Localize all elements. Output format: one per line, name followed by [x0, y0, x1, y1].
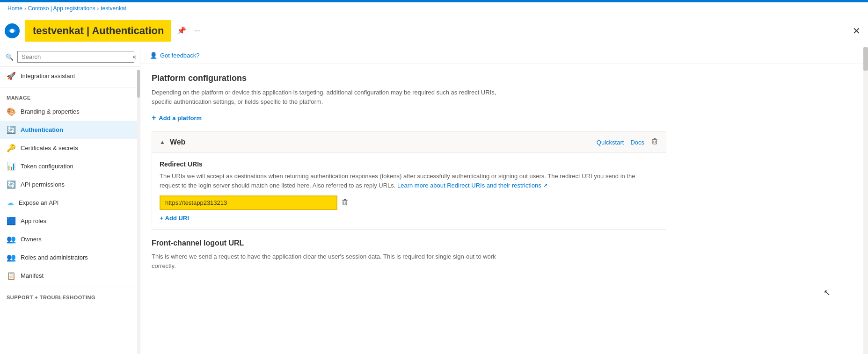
svg-rect-8: [342, 200, 348, 201]
sidebar-item-branding[interactable]: 🎨 Branding & properties: [0, 102, 140, 121]
content-scrollbar-thumb: [863, 47, 868, 71]
sidebar-search-container: 🔍 «: [0, 47, 140, 67]
add-platform-label: Add a platform: [159, 115, 202, 122]
header-title: testvenkat | Authentication: [33, 25, 164, 36]
add-uri-button[interactable]: + Add URI: [160, 215, 189, 222]
feedback-button[interactable]: 👤 Got feedback?: [150, 52, 200, 59]
redirect-uris-desc: The URIs we will accept as destinations …: [160, 172, 651, 190]
chevron-icon: ›: [24, 6, 26, 11]
sidebar-item-token-config[interactable]: 📊 Token configuration: [0, 157, 140, 175]
sidebar-nav: 🚀 Integration assistant Manage 🎨 Brandin…: [0, 67, 140, 354]
sidebar-item-owners[interactable]: 👥 Owners: [0, 230, 140, 248]
app-roles-icon: 🟦: [7, 217, 16, 225]
web-platform-card-header: ▲ Web Quickstart Docs: [152, 132, 666, 153]
sidebar-item-label: Authentication: [21, 126, 63, 133]
content-scrollbar-track: [863, 47, 868, 354]
branding-icon: 🎨: [7, 107, 16, 116]
pin-button[interactable]: 📌: [176, 25, 187, 36]
divider-2: [0, 287, 140, 287]
svg-rect-4: [654, 138, 656, 139]
sidebar-item-label: Manifest: [21, 272, 44, 279]
redirect-uris-title: Redirect URIs: [160, 160, 658, 168]
platform-header-left: ▲ Web: [160, 138, 185, 146]
token-icon: 📊: [7, 162, 16, 171]
chevron-icon-2: ›: [97, 6, 99, 11]
front-channel-title: Front-channel logout URL: [152, 239, 857, 247]
quickstart-link[interactable]: Quickstart: [597, 139, 624, 146]
sidebar-item-label: Token configuration: [21, 163, 73, 170]
more-options-button[interactable]: ···: [193, 26, 201, 36]
sidebar-section-support: Support + Troubleshooting: [0, 289, 140, 302]
web-platform-card-body: Redirect URIs The URIs we will accept as…: [152, 153, 666, 229]
content-top-bar: 👤 Got feedback?: [140, 47, 868, 64]
sidebar-item-label: Expose an API: [19, 199, 58, 206]
cursor-indicator: ↖: [824, 288, 831, 298]
trash-uri-icon: [341, 198, 349, 206]
sidebar-item-certificates[interactable]: 🔑 Certificates & secrets: [0, 139, 140, 157]
trash-icon: [651, 137, 658, 145]
sidebar-item-label: Integration assistant: [21, 72, 75, 79]
content-body: Platform configurations Depending on the…: [140, 64, 868, 287]
breadcrumb: Home › Contoso | App registrations › tes…: [0, 2, 868, 14]
uri-input[interactable]: [160, 195, 337, 210]
add-uri-label: Add URI: [165, 215, 189, 222]
learn-more-link[interactable]: Learn more about Redirect URIs and their…: [397, 182, 548, 189]
uri-row: [160, 195, 658, 210]
front-channel-section: Front-channel logout URL This is where w…: [152, 239, 857, 270]
add-platform-button[interactable]: + Add a platform: [152, 114, 202, 122]
sidebar-item-expose-api[interactable]: ☁ Expose an API: [0, 194, 140, 212]
svg-rect-3: [652, 139, 657, 140]
docs-link[interactable]: Docs: [630, 139, 644, 146]
main-layout: 🔍 « 🚀 Integration assistant Manage 🎨 Bra…: [0, 47, 868, 354]
app-logo: [4, 22, 21, 39]
api-permissions-icon: 🔄: [7, 180, 16, 189]
delete-uri-button[interactable]: [341, 198, 349, 208]
sidebar-item-label: Roles and administrators: [21, 254, 88, 261]
header-panel: testvenkat | Authentication 📌 ··· ✕: [0, 14, 868, 47]
svg-rect-2: [653, 140, 656, 144]
delete-platform-button[interactable]: [651, 137, 658, 147]
plus-icon-2: +: [160, 215, 163, 222]
sidebar-item-api-permissions[interactable]: 🔄 API permissions: [0, 175, 140, 194]
close-button[interactable]: ✕: [853, 25, 861, 36]
sidebar-item-integration-assistant[interactable]: 🚀 Integration assistant: [0, 67, 140, 85]
svg-point-1: [10, 29, 14, 33]
feedback-label: Got feedback?: [160, 52, 200, 59]
breadcrumb-contoso[interactable]: Contoso | App registrations: [28, 5, 95, 12]
web-platform-card: ▲ Web Quickstart Docs: [152, 131, 666, 230]
breadcrumb-home[interactable]: Home: [7, 5, 22, 12]
header-title-box: testvenkat | Authentication: [25, 20, 171, 42]
sidebar-item-roles-administrators[interactable]: 👥 Roles and administrators: [0, 248, 140, 267]
platform-config-title: Platform configurations: [152, 73, 857, 83]
authentication-icon: 🔄: [7, 125, 16, 134]
front-channel-desc: This is where we send a request to have …: [152, 252, 517, 270]
sidebar-item-label: App roles: [21, 217, 46, 224]
sidebar-item-label: Branding & properties: [21, 108, 80, 115]
certificates-icon: 🔑: [7, 144, 16, 152]
rocket-icon: 🚀: [7, 72, 16, 80]
web-platform-title: Web: [170, 138, 185, 146]
sidebar-scrollbar-track: [137, 70, 140, 354]
search-icon: 🔍: [6, 53, 14, 61]
sidebar-item-authentication[interactable]: 🔄 Authentication: [0, 121, 140, 139]
feedback-icon: 👤: [150, 52, 157, 59]
breadcrumb-testvenkat[interactable]: testvenkat: [101, 5, 126, 12]
plus-icon: +: [152, 114, 156, 122]
collapse-sidebar-button[interactable]: «: [132, 53, 136, 60]
owners-icon: 👥: [7, 235, 16, 244]
platform-config-desc: Depending on the platform or device this…: [152, 88, 517, 106]
collapse-chevron-icon: ▲: [160, 139, 165, 145]
sidebar-section-manage: Manage: [0, 89, 140, 102]
sidebar-item-label: API permissions: [21, 181, 65, 188]
sidebar-item-manifest[interactable]: 📋 Manifest: [0, 267, 140, 285]
header-actions: 📌 ···: [176, 25, 201, 36]
roles-icon: 👥: [7, 253, 16, 262]
sidebar-item-label: Certificates & secrets: [21, 144, 78, 152]
sidebar-item-app-roles[interactable]: 🟦 App roles: [0, 212, 140, 230]
svg-rect-9: [344, 199, 346, 200]
search-input[interactable]: [17, 51, 134, 63]
expose-api-icon: ☁: [7, 198, 14, 207]
content-area: 👤 Got feedback? Platform configurations …: [140, 47, 868, 354]
divider: [0, 87, 140, 87]
svg-rect-7: [343, 201, 347, 205]
